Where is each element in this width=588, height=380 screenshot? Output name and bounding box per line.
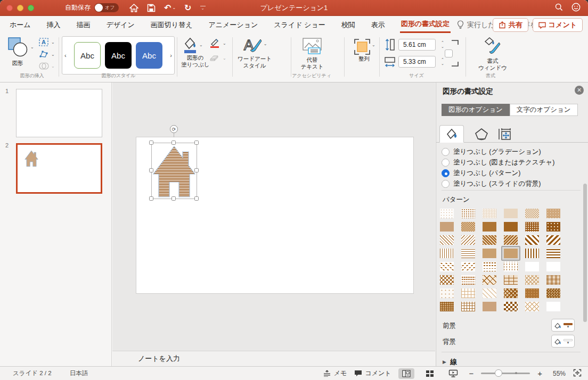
arrange-button[interactable]: ⌄ 整列 xyxy=(353,37,375,62)
pattern-swatch-11[interactable] xyxy=(525,222,539,232)
background-color-button[interactable]: ▾ xyxy=(551,335,575,348)
pattern-swatch-47[interactable] xyxy=(525,302,539,311)
comments-button[interactable]: コメント xyxy=(533,18,583,32)
pattern-swatch-45[interactable] xyxy=(483,302,496,311)
pattern-swatch-30[interactable] xyxy=(546,262,560,271)
resize-handle-e[interactable] xyxy=(194,168,199,172)
search-icon[interactable] xyxy=(555,3,563,13)
share-button[interactable]: 共有 xyxy=(493,18,528,32)
zoom-level[interactable]: 55% xyxy=(550,370,566,377)
pattern-swatch-6[interactable] xyxy=(546,209,560,218)
normal-view-button[interactable] xyxy=(398,368,414,379)
shape-style-preset-2[interactable]: Abc xyxy=(105,42,132,69)
pattern-swatch-18[interactable] xyxy=(546,235,560,245)
slide-surface[interactable]: ⟳ xyxy=(136,137,414,294)
pattern-swatch-36[interactable] xyxy=(546,275,560,285)
gallery-prev-button[interactable]: ‹ xyxy=(64,52,67,59)
pattern-swatch-33[interactable] xyxy=(483,275,496,285)
pane-tab-text-options[interactable]: 文字のオプション xyxy=(510,104,578,116)
resize-handle-ne[interactable] xyxy=(194,141,199,145)
pattern-swatch-25[interactable] xyxy=(440,262,454,271)
pattern-swatch-31[interactable] xyxy=(440,275,454,285)
slide-sorter-view-button[interactable] xyxy=(422,368,438,379)
height-stepper[interactable]: ⌃⌄ xyxy=(439,40,446,48)
pattern-swatch-29[interactable] xyxy=(525,262,539,271)
save-icon[interactable] xyxy=(147,4,156,12)
tab-size-properties[interactable] xyxy=(493,125,517,143)
slideshow-button[interactable] xyxy=(445,368,461,379)
resize-handle-se[interactable] xyxy=(194,196,199,201)
pane-tab-shape-options[interactable]: 図形のオプション xyxy=(442,104,510,116)
fill-option-2[interactable]: 塗りつぶし (図またはテクスチャ) xyxy=(442,158,554,167)
shape-style-preset-3[interactable]: Abc xyxy=(136,42,162,69)
width-field[interactable]: 5.33 cm xyxy=(398,56,436,68)
wordart-styles-button[interactable]: A ⌄ ワードアート スタイル xyxy=(238,36,272,69)
pattern-swatch-23[interactable] xyxy=(525,249,539,258)
pattern-swatch-15[interactable] xyxy=(483,235,496,245)
pattern-swatch-24[interactable] xyxy=(546,249,560,258)
lock-aspect-ratio-checkbox[interactable] xyxy=(445,49,453,57)
pattern-swatch-3[interactable] xyxy=(483,209,496,218)
slide-thumbnail-2[interactable] xyxy=(16,143,102,194)
ribbon-tab-6[interactable]: アニメーション xyxy=(207,18,259,32)
ribbon-tab-9[interactable]: 表示 xyxy=(370,18,386,32)
zoom-in-button[interactable]: + xyxy=(537,369,542,378)
notes-toggle-button[interactable]: メモ xyxy=(323,369,347,378)
slide-canvas[interactable]: ⟳ ノートを入力 xyxy=(112,82,435,366)
pattern-swatch-38[interactable] xyxy=(461,288,475,298)
pattern-swatch-26[interactable] xyxy=(461,262,475,271)
pattern-swatch-44[interactable] xyxy=(461,302,475,311)
ribbon-tab-3[interactable]: 描画 xyxy=(76,18,92,32)
fill-option-1[interactable]: 塗りつぶし (グラデーション) xyxy=(442,147,541,156)
pattern-swatch-8[interactable] xyxy=(461,222,475,232)
tab-effects[interactable] xyxy=(469,125,494,143)
pattern-swatch-1[interactable] xyxy=(440,209,454,218)
gallery-next-button[interactable]: › xyxy=(170,52,172,59)
pattern-swatch-12[interactable] xyxy=(546,222,560,232)
shapes-button[interactable]: 図形 ⌄ xyxy=(6,36,34,67)
shape-outline-button[interactable]: ⌄ xyxy=(209,38,226,48)
ribbon-tab-2[interactable]: 挿入 xyxy=(46,18,62,32)
text-box-button[interactable]: A ⌄ xyxy=(38,37,55,47)
pattern-swatch-41[interactable] xyxy=(525,288,539,298)
pane-scrollbar[interactable] xyxy=(583,184,587,322)
pattern-swatch-5[interactable] xyxy=(525,209,539,218)
ribbon-tab-7[interactable]: スライド ショー xyxy=(273,18,326,32)
undo-button[interactable]: ↶⌄ xyxy=(164,3,176,13)
radio-icon[interactable] xyxy=(442,148,450,156)
zoom-window-button[interactable] xyxy=(28,5,34,11)
line-section-header[interactable]: ▶ 線 xyxy=(443,357,457,367)
pattern-swatch-7[interactable] xyxy=(440,222,454,232)
shape-fill-button[interactable]: ⌄ 図形の 塗りつぶし xyxy=(181,36,209,68)
fill-option-4[interactable]: 塗りつぶし (スライドの背景) xyxy=(442,179,541,188)
pattern-swatch-20[interactable] xyxy=(461,249,475,258)
pattern-swatch-48[interactable] xyxy=(546,302,560,311)
resize-handle-nw[interactable] xyxy=(149,141,153,145)
pattern-swatch-selected[interactable] xyxy=(501,246,520,261)
resize-handle-s[interactable] xyxy=(172,196,176,201)
autosave-toggle[interactable]: 自動保存 オフ xyxy=(65,3,119,12)
height-field[interactable]: 5.61 cm xyxy=(398,39,436,51)
pattern-swatch-32[interactable] xyxy=(461,275,475,285)
ribbon-tab-8[interactable]: 校閲 xyxy=(340,18,356,32)
slide-thumbnail-1[interactable] xyxy=(16,89,102,137)
pattern-swatch-4[interactable] xyxy=(504,209,518,218)
notes-pane[interactable]: ノートを入力 xyxy=(112,351,435,366)
pattern-swatch-39[interactable] xyxy=(483,288,496,298)
radio-icon[interactable] xyxy=(442,180,450,188)
pattern-swatch-35[interactable] xyxy=(525,275,539,285)
resize-handle-n[interactable] xyxy=(172,141,176,145)
shape-effects-button[interactable]: ⌄ xyxy=(209,54,226,62)
ribbon-tab-4[interactable]: デザイン xyxy=(105,18,136,32)
pattern-swatch-17[interactable] xyxy=(525,235,539,245)
rotate-handle[interactable]: ⟳ xyxy=(170,125,178,133)
account-smiley-icon[interactable] xyxy=(571,3,581,14)
pattern-swatch-21[interactable] xyxy=(483,249,496,258)
pattern-swatch-14[interactable] xyxy=(461,235,475,245)
pattern-swatch-34[interactable] xyxy=(504,275,518,285)
close-pane-icon[interactable]: ✕ xyxy=(575,86,584,95)
customize-toolbar-icon[interactable]: ⌄ xyxy=(200,6,206,10)
pattern-swatch-16[interactable] xyxy=(504,235,518,245)
autosave-switch[interactable]: オフ xyxy=(94,3,119,12)
merge-shapes-button[interactable]: ⌄ xyxy=(38,62,55,70)
